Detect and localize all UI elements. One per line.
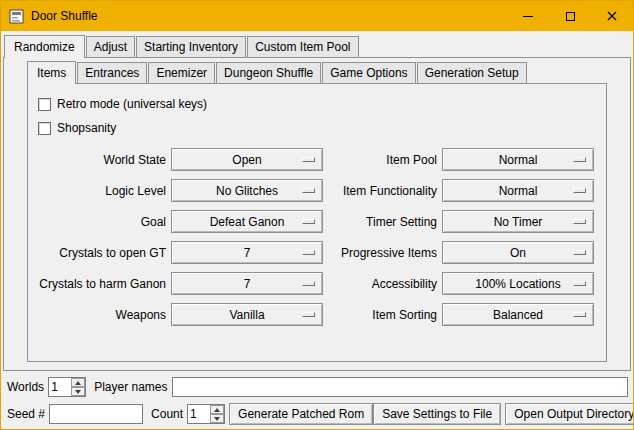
worlds-input[interactable] <box>49 378 71 396</box>
dropdown-crystals-harm-ganon[interactable]: 7 <box>171 272 323 295</box>
seed-input[interactable] <box>49 404 143 424</box>
dropdown-accessibility[interactable]: 100% Locations <box>442 272 594 295</box>
worlds-stepper[interactable] <box>48 377 86 397</box>
worlds-label: Worlds <box>7 380 44 394</box>
optionmenu-indicator-icon <box>302 281 315 286</box>
dropdown-item-pool[interactable]: Normal <box>442 148 594 171</box>
dropdown-timer-setting[interactable]: No Timer <box>442 210 594 233</box>
dropdown-crystals-open-gt[interactable]: 7 <box>171 241 323 264</box>
inner-tab-bar: Items Entrances Enemizer Dungeon Shuffle… <box>4 58 630 83</box>
field-label-progressive-items: Progressive Items <box>328 246 437 260</box>
dropdown-value: 7 <box>244 277 251 291</box>
title-bar[interactable]: Door Shuffle <box>1 1 633 31</box>
optionmenu-indicator-icon <box>573 157 586 162</box>
spinner-down-icon <box>75 390 81 394</box>
dropdown-logic-level[interactable]: No Glitches <box>171 179 323 202</box>
generate-patched-rom-button[interactable]: Generate Patched Rom <box>229 403 373 425</box>
dropdown-item-sorting[interactable]: Balanced <box>442 303 594 326</box>
dropdown-value: No Glitches <box>216 184 278 198</box>
optionmenu-indicator-icon <box>302 312 315 317</box>
optionmenu-indicator-icon <box>573 188 586 193</box>
tab-adjust[interactable]: Adjust <box>86 36 135 57</box>
tab-generation-setup[interactable]: Generation Setup <box>417 62 527 83</box>
spinner-up-icon <box>75 381 81 385</box>
player-names-label: Player names <box>94 380 167 394</box>
optionmenu-indicator-icon <box>302 157 315 162</box>
checkbox-icon[interactable] <box>38 98 51 111</box>
spinner-down-button[interactable] <box>71 387 85 396</box>
checkbox-label: Retro mode (universal keys) <box>57 97 207 111</box>
spinner-down-button[interactable] <box>210 414 224 423</box>
checkbox-label: Shopsanity <box>57 121 116 135</box>
field-label-item-sorting: Item Sorting <box>328 308 437 322</box>
bottom-controls: Worlds Player names Seed # Count <box>1 371 633 429</box>
count-input[interactable] <box>188 405 210 423</box>
tab-custom-item-pool[interactable]: Custom Item Pool <box>247 36 358 57</box>
minimize-icon <box>523 16 533 17</box>
dropdown-value: Normal <box>499 153 538 167</box>
tab-items[interactable]: Items <box>27 61 76 84</box>
items-pane: Retro mode (universal keys) Shopsanity W… <box>27 83 607 362</box>
dropdown-value: Open <box>232 153 261 167</box>
close-button[interactable] <box>591 1 633 31</box>
dropdown-value: 7 <box>244 246 251 260</box>
optionmenu-indicator-icon <box>573 250 586 255</box>
field-label-world-state: World State <box>38 153 166 167</box>
dropdown-value: Vanilla <box>229 308 264 322</box>
minimize-button[interactable] <box>507 1 549 31</box>
optionmenu-indicator-icon <box>573 281 586 286</box>
player-names-input[interactable] <box>172 377 629 397</box>
dropdown-value: Balanced <box>493 308 543 322</box>
field-label-timer-setting: Timer Setting <box>328 215 437 229</box>
tab-enemizer[interactable]: Enemizer <box>148 62 215 83</box>
dropdown-progressive-items[interactable]: On <box>442 241 594 264</box>
open-output-directory-button[interactable]: Open Output Directory <box>505 403 634 425</box>
door-shuffle-window: Door Shuffle Randomize Adjust Starting I… <box>0 0 634 430</box>
field-label-item-functionality: Item Functionality <box>328 184 437 198</box>
tab-entrances[interactable]: Entrances <box>77 62 147 83</box>
dropdown-value: Normal <box>499 184 538 198</box>
seed-label: Seed # <box>7 407 45 421</box>
dropdown-goal[interactable]: Defeat Ganon <box>171 210 323 233</box>
dropdown-item-functionality[interactable]: Normal <box>442 179 594 202</box>
dropdown-world-state[interactable]: Open <box>171 148 323 171</box>
dropdown-value: No Timer <box>494 215 543 229</box>
worlds-row: Worlds Player names <box>7 376 628 398</box>
optionmenu-indicator-icon <box>573 312 586 317</box>
close-icon <box>607 11 617 21</box>
field-label-accessibility: Accessibility <box>328 277 437 291</box>
dropdown-value: Defeat Ganon <box>210 215 285 229</box>
count-stepper[interactable] <box>187 404 225 424</box>
checkbox-retro-mode[interactable]: Retro mode (universal keys) <box>38 92 594 116</box>
checkbox-icon[interactable] <box>38 122 51 135</box>
maximize-icon <box>566 12 575 21</box>
optionmenu-indicator-icon <box>573 219 586 224</box>
dropdown-value: On <box>510 246 526 260</box>
outer-tab-bar: Randomize Adjust Starting Inventory Cust… <box>1 31 633 57</box>
spinner-up-icon <box>214 408 220 412</box>
randomize-pane: Items Entrances Enemizer Dungeon Shuffle… <box>3 57 631 371</box>
seed-row: Seed # Count Generate Patched Rom Save S… <box>7 403 628 425</box>
spinner-up-button[interactable] <box>71 378 85 387</box>
field-label-logic-level: Logic Level <box>38 184 166 198</box>
app-icon <box>9 9 24 24</box>
settings-grid: World State Open Item Pool Normal Logic … <box>38 148 594 326</box>
tab-starting-inventory[interactable]: Starting Inventory <box>136 36 246 57</box>
tab-dungeon-shuffle[interactable]: Dungeon Shuffle <box>216 62 321 83</box>
tab-randomize[interactable]: Randomize <box>4 35 85 58</box>
optionmenu-indicator-icon <box>302 250 315 255</box>
checkbox-shopsanity[interactable]: Shopsanity <box>38 116 594 140</box>
field-label-crystals-open-gt: Crystals to open GT <box>38 246 166 260</box>
field-label-weapons: Weapons <box>38 308 166 322</box>
field-label-crystals-harm-ganon: Crystals to harm Ganon <box>38 277 166 291</box>
field-label-goal: Goal <box>38 215 166 229</box>
save-settings-button[interactable]: Save Settings to File <box>373 403 501 425</box>
optionmenu-indicator-icon <box>302 188 315 193</box>
field-label-item-pool: Item Pool <box>328 153 437 167</box>
maximize-button[interactable] <box>549 1 591 31</box>
optionmenu-indicator-icon <box>302 219 315 224</box>
spinner-down-icon <box>214 417 220 421</box>
dropdown-weapons[interactable]: Vanilla <box>171 303 323 326</box>
spinner-up-button[interactable] <box>210 405 224 414</box>
tab-game-options[interactable]: Game Options <box>322 62 415 83</box>
